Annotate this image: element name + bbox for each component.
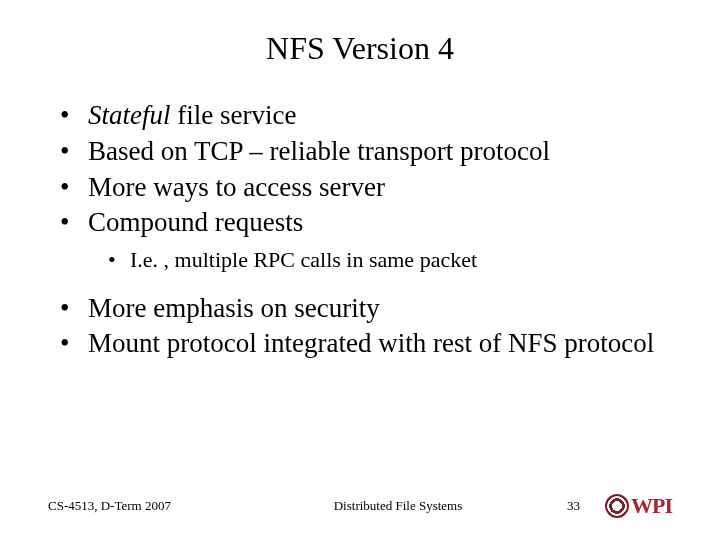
sub-bullet-list: I.e. , multiple RPC calls in same packet (48, 246, 672, 274)
list-item: More ways to access server (60, 171, 672, 205)
slide-title: NFS Version 4 (48, 30, 672, 67)
list-item: More emphasis on security (60, 292, 672, 326)
list-item: Based on TCP – reliable transport protoc… (60, 135, 672, 169)
footer-center: Distributed File Systems (248, 498, 548, 514)
italic-word: Stateful (88, 100, 171, 130)
slide-body: Stateful file service Based on TCP – rel… (48, 99, 672, 361)
slide: NFS Version 4 Stateful file service Base… (0, 0, 720, 540)
sub-list-item: I.e. , multiple RPC calls in same packet (108, 246, 672, 274)
bullet-list-1: Stateful file service Based on TCP – rel… (48, 99, 672, 240)
seal-icon (605, 494, 629, 518)
item-text: Mount protocol integrated with rest of N… (88, 328, 654, 358)
item-text: file service (171, 100, 297, 130)
page-number: 33 (548, 498, 588, 514)
item-text: More emphasis on security (88, 293, 380, 323)
list-item: Stateful file service (60, 99, 672, 133)
wpi-logo: WPI (588, 494, 672, 518)
bullet-list-2: More emphasis on security Mount protocol… (48, 292, 672, 362)
item-text: I.e. , multiple RPC calls in same packet (130, 247, 477, 272)
item-text: More ways to access server (88, 172, 385, 202)
list-item: Compound requests (60, 206, 672, 240)
logo-text: WPI (631, 495, 672, 517)
footer-left: CS-4513, D-Term 2007 (48, 498, 248, 514)
item-text: Compound requests (88, 207, 303, 237)
list-item: Mount protocol integrated with rest of N… (60, 327, 672, 361)
item-text: Based on TCP – reliable transport protoc… (88, 136, 550, 166)
footer: CS-4513, D-Term 2007 Distributed File Sy… (0, 494, 720, 518)
